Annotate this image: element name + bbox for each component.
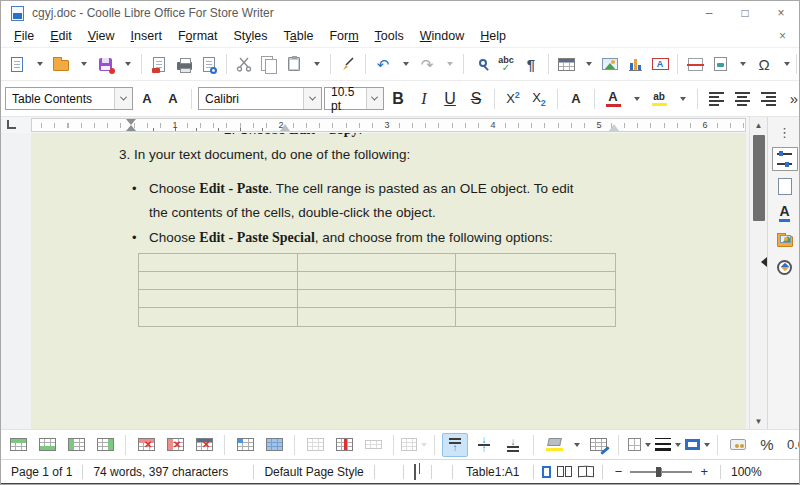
subscript-button[interactable]: X2	[527, 86, 551, 112]
formatting-overflow-button[interactable]: »	[782, 86, 800, 112]
insert-chart-button[interactable]	[623, 51, 647, 77]
sidebar-gallery-button[interactable]	[772, 228, 798, 252]
number-format-percent-button[interactable]: %	[754, 433, 780, 457]
paste-dropdown[interactable]	[307, 51, 325, 77]
table-background-dropdown[interactable]	[570, 433, 582, 457]
table-cell[interactable]	[298, 272, 457, 290]
center-vertically-button[interactable]: ↓↑	[471, 433, 497, 457]
minimize-icon[interactable]: –	[691, 1, 727, 25]
highlight-color-dropdown[interactable]	[673, 86, 691, 112]
menu-format[interactable]: Format	[170, 27, 226, 45]
zoom-out-icon[interactable]: −	[611, 464, 627, 479]
zoom-slider[interactable]	[630, 471, 692, 473]
new-document-dropdown[interactable]	[30, 51, 48, 77]
italic-button[interactable]: I	[412, 86, 436, 112]
menu-styles[interactable]: Styles	[225, 27, 275, 45]
border-style-button[interactable]	[655, 433, 681, 457]
formatting-marks-button[interactable]: ¶	[519, 51, 543, 77]
select-table-button[interactable]	[261, 433, 287, 457]
close-icon[interactable]: ×	[763, 1, 799, 25]
number-format-currency-button[interactable]	[725, 433, 751, 457]
book-view-icon[interactable]	[578, 466, 594, 477]
menu-insert[interactable]: Insert	[123, 27, 170, 45]
menu-help[interactable]: Help	[472, 27, 514, 45]
single-page-view-icon[interactable]	[542, 466, 551, 478]
table-cell[interactable]	[139, 290, 298, 308]
insert-field-dropdown[interactable]	[733, 51, 751, 77]
special-character-button[interactable]: Ω	[752, 51, 776, 77]
right-indent-marker[interactable]	[609, 124, 619, 131]
sidebar-settings-button[interactable]: ⋮	[772, 120, 798, 144]
highlight-color-button[interactable]: ab	[647, 86, 671, 112]
strikethrough-button[interactable]: S	[464, 86, 488, 112]
find-replace-button[interactable]	[469, 51, 493, 77]
insert-row-above-button[interactable]	[5, 433, 31, 457]
open-dropdown[interactable]	[74, 51, 92, 77]
vertical-scrollbar[interactable]: ▲ ▼	[749, 117, 767, 429]
font-color-dropdown[interactable]	[627, 86, 645, 112]
character-style-button[interactable]: A	[564, 86, 588, 112]
selection-mode-button[interactable]	[404, 465, 431, 479]
split-cells-button[interactable]	[331, 433, 357, 457]
insert-page-break-button[interactable]	[683, 51, 707, 77]
print-preview-button[interactable]	[197, 51, 221, 77]
font-name-combobox[interactable]: Calibri	[198, 87, 322, 110]
new-style-button[interactable]: A	[161, 86, 185, 112]
special-character-dropdown[interactable]	[777, 51, 795, 77]
spelling-button[interactable]: abc ✓	[494, 51, 518, 77]
document-page[interactable]: 2. Choose Edit - Copy. 3. In your text d…	[31, 133, 746, 429]
merge-cells-button[interactable]	[302, 433, 328, 457]
paragraph-style-dropdown[interactable]	[114, 88, 132, 109]
font-size-combobox[interactable]: 10.5 pt	[324, 87, 384, 110]
table-cell[interactable]	[456, 254, 615, 272]
borders-button[interactable]	[626, 433, 652, 457]
zoom-slider-thumb[interactable]	[656, 467, 661, 477]
undo-dropdown[interactable]	[396, 51, 414, 77]
table-cell[interactable]	[298, 290, 457, 308]
superscript-button[interactable]: X2	[501, 86, 525, 112]
table-cell[interactable]	[139, 272, 298, 290]
multi-page-view-icon[interactable]	[557, 466, 572, 477]
sidebar-page-button[interactable]	[772, 174, 798, 198]
font-color-button[interactable]: A	[601, 86, 625, 112]
sidebar-properties-button[interactable]	[772, 147, 798, 171]
page-count[interactable]: Page 1 of 1	[1, 465, 82, 479]
font-name-dropdown[interactable]	[303, 88, 321, 109]
menu-window[interactable]: Window	[412, 27, 472, 45]
save-button[interactable]	[93, 51, 117, 77]
sidebar-hide-handle[interactable]	[761, 257, 767, 267]
insert-textbox-button[interactable]: A	[648, 51, 672, 77]
scroll-up-icon[interactable]: ▲	[750, 117, 767, 133]
sidebar-navigator-button[interactable]	[772, 255, 798, 279]
export-pdf-button[interactable]	[147, 51, 171, 77]
menu-view[interactable]: View	[80, 27, 123, 45]
maximize-icon[interactable]: □	[727, 1, 763, 25]
copy-button[interactable]	[257, 51, 281, 77]
table-background-color-button[interactable]	[541, 433, 567, 457]
align-bottom-button[interactable]: ↓	[500, 433, 526, 457]
page-style[interactable]: Default Page Style	[254, 465, 373, 479]
insert-table-button[interactable]	[554, 51, 578, 77]
indent-marker[interactable]	[280, 124, 290, 131]
redo-button[interactable]: ↷	[415, 51, 439, 77]
align-right-button[interactable]	[756, 86, 780, 112]
insert-table-dropdown[interactable]	[579, 51, 597, 77]
autoformat-table-button[interactable]	[585, 433, 611, 457]
optimize-size-button[interactable]	[401, 433, 427, 457]
table-cell[interactable]	[298, 308, 457, 326]
undo-button[interactable]: ↶	[371, 51, 395, 77]
save-dropdown[interactable]	[118, 51, 136, 77]
insert-column-after-button[interactable]	[92, 433, 118, 457]
redo-dropdown[interactable]	[440, 51, 458, 77]
menu-table[interactable]: Table	[276, 27, 322, 45]
document-area[interactable]: 2. Choose Edit - Copy. 3. In your text d…	[1, 133, 749, 429]
menu-form[interactable]: Form	[321, 27, 366, 45]
border-color-button[interactable]	[684, 433, 710, 457]
table-cell[interactable]	[139, 254, 298, 272]
bold-button[interactable]: B	[386, 86, 410, 112]
select-cell-button[interactable]	[232, 433, 258, 457]
delete-row-button[interactable]: ✕	[133, 433, 159, 457]
close-document-icon[interactable]: ×	[766, 29, 799, 43]
align-left-button[interactable]	[704, 86, 728, 112]
word-count[interactable]: 74 words, 397 characters	[83, 465, 253, 479]
